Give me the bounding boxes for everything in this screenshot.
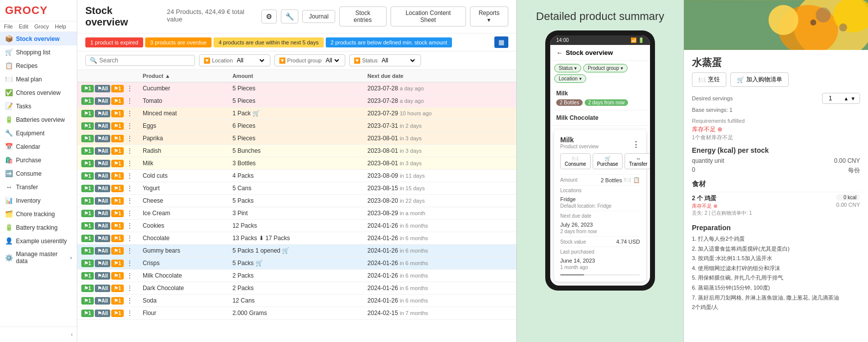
phone-filter-location[interactable]: Location ▾ <box>554 74 586 83</box>
consume-1-button[interactable]: ⚑1 <box>81 247 94 255</box>
purchase-1-button[interactable]: ⚑1 <box>111 297 124 305</box>
purchase-1-button[interactable]: ⚑1 <box>111 260 124 267</box>
consume-all-button[interactable]: ⚑All <box>95 172 111 180</box>
consume-all-button[interactable]: ⚑All <box>95 272 111 280</box>
row-menu-button[interactable]: ⋮ <box>125 184 135 192</box>
phone-back-icon[interactable]: ← <box>556 49 563 56</box>
row-menu-button[interactable]: ⋮ <box>125 109 135 117</box>
row-menu-button[interactable]: ⋮ <box>125 247 135 255</box>
purchase-1-button[interactable]: ⚑1 <box>111 310 124 317</box>
consume-1-button[interactable]: ⚑1 <box>81 210 94 217</box>
consume-all-button[interactable]: ⚑All <box>95 310 111 317</box>
consume-all-button[interactable]: ⚑All <box>95 122 111 130</box>
sidebar-item-transfer[interactable]: ↔️ Transfer <box>0 180 77 194</box>
sidebar-item-equipment[interactable]: 🔧 Equipment <box>0 126 77 140</box>
sidebar-collapse-button[interactable]: ‹ <box>0 327 77 342</box>
purchase-1-button[interactable]: ⚑1 <box>111 110 124 117</box>
badge-overdue[interactable]: 3 products are overdue <box>145 37 212 47</box>
consume-1-button[interactable]: ⚑1 <box>81 85 94 92</box>
filter-toggle-button[interactable]: ▦ <box>494 36 508 48</box>
sidebar-item-battery-tracking[interactable]: 🔋 Battery tracking <box>0 221 77 234</box>
sidebar-item-batteries-overview[interactable]: 🔋 Batteries overview <box>0 113 77 126</box>
col-due-header[interactable]: Next due date <box>364 70 501 82</box>
consume-all-button[interactable]: ⚑All <box>95 85 111 92</box>
cook-button[interactable]: 🍽️ 烹饪 <box>692 72 726 87</box>
row-menu-button[interactable]: ⋮ <box>125 297 135 305</box>
purchase-1-button[interactable]: ⚑1 <box>111 197 124 205</box>
badge-due-soon[interactable]: 4 products are due within the next 5 day… <box>214 37 324 47</box>
row-menu-button[interactable]: ⋮ <box>125 234 135 242</box>
search-input[interactable] <box>99 57 191 64</box>
purchase-1-button[interactable]: ⚑1 <box>111 160 124 167</box>
consume-all-button[interactable]: ⚑All <box>95 147 111 155</box>
purchase-1-button[interactable]: ⚑1 <box>111 135 124 142</box>
row-menu-button[interactable]: ⋮ <box>125 84 135 92</box>
purchase-1-button[interactable]: ⚑1 <box>111 235 124 242</box>
purchase-1-button[interactable]: ⚑1 <box>111 97 124 105</box>
status-select[interactable]: All Expired Overdue Due Soon <box>380 56 417 64</box>
phone-item-milk[interactable]: Milk 2 Bottles 2 days from now <box>550 86 650 110</box>
sidebar-item-example-userentity[interactable]: 👤 Example userentity <box>0 234 77 248</box>
tools-icon-button[interactable]: 🔧 <box>281 9 298 23</box>
consume-1-button[interactable]: ⚑1 <box>81 272 94 280</box>
row-menu-button[interactable]: ⋮ <box>125 172 135 180</box>
consume-all-button[interactable]: ⚑All <box>95 110 111 117</box>
row-menu-button[interactable]: ⋮ <box>125 147 135 155</box>
consume-all-button[interactable]: ⚑All <box>95 210 111 217</box>
sidebar-item-manage-master-data[interactable]: ⚙️ Manage master data › <box>0 248 77 268</box>
phone-filter-product-group[interactable]: Product group ▾ <box>583 64 628 72</box>
stock-entries-button[interactable]: Stock entries <box>339 6 387 26</box>
consume-all-button[interactable]: ⚑All <box>95 222 111 230</box>
purchase-1-button[interactable]: ⚑1 <box>111 272 124 280</box>
menu-help[interactable]: Help <box>55 23 66 29</box>
consume-1-button[interactable]: ⚑1 <box>81 297 94 305</box>
sidebar-item-shopping-list[interactable]: 🛒 Shopping list <box>0 45 77 59</box>
sidebar-item-stock-overview[interactable]: 📦 Stock overview <box>0 32 77 45</box>
purchase-1-button[interactable]: ⚑1 <box>111 185 124 192</box>
phone-transfer-button[interactable]: ↔ Transfer <box>625 153 650 169</box>
purchase-1-button[interactable]: ⚑1 <box>111 172 124 180</box>
consume-1-button[interactable]: ⚑1 <box>81 147 94 155</box>
row-menu-button[interactable]: ⋮ <box>125 309 135 317</box>
location-content-sheet-button[interactable]: Location Content Sheet <box>391 6 466 26</box>
phone-purchase-icon-sm[interactable]: 📋 <box>633 177 640 183</box>
servings-field[interactable] <box>827 95 842 102</box>
sidebar-item-meal-plan[interactable]: 🍽️ Meal plan <box>0 72 77 86</box>
consume-all-button[interactable]: ⚑All <box>95 197 111 205</box>
sidebar-item-inventory[interactable]: 📊 Inventory <box>0 194 77 207</box>
consume-all-button[interactable]: ⚑All <box>95 285 111 292</box>
col-product-header[interactable]: Product ▲ <box>139 70 228 82</box>
consume-1-button[interactable]: ⚑1 <box>81 285 94 292</box>
sidebar-item-tasks[interactable]: 📝 Tasks <box>0 99 77 113</box>
sidebar-item-calendar[interactable]: 📅 Calendar <box>0 140 77 153</box>
menu-file[interactable]: File <box>4 23 13 29</box>
phone-purchase-button[interactable]: 🛒 Purchase <box>593 153 623 169</box>
location-select[interactable]: All Fridge Freezer Pantry <box>235 56 266 64</box>
consume-1-button[interactable]: ⚑1 <box>81 310 94 317</box>
consume-all-button[interactable]: ⚑All <box>95 297 111 305</box>
consume-all-button[interactable]: ⚑All <box>95 160 111 167</box>
consume-1-button[interactable]: ⚑1 <box>81 97 94 105</box>
badge-below-min[interactable]: 2 products are below defined min. stock … <box>326 37 452 47</box>
purchase-1-button[interactable]: ⚑1 <box>111 210 124 217</box>
consume-1-button[interactable]: ⚑1 <box>81 197 94 205</box>
consume-all-button[interactable]: ⚑All <box>95 97 111 105</box>
row-menu-button[interactable]: ⋮ <box>125 197 135 205</box>
sidebar-item-chores-overview[interactable]: ✅ Chores overview <box>0 86 77 99</box>
consume-1-button[interactable]: ⚑1 <box>81 172 94 180</box>
sidebar-item-purchase[interactable]: 🛍️ Purchase <box>0 153 77 167</box>
row-menu-button[interactable]: ⋮ <box>125 222 135 230</box>
row-menu-button[interactable]: ⋮ <box>125 209 135 217</box>
row-menu-button[interactable]: ⋮ <box>125 134 135 142</box>
consume-1-button[interactable]: ⚑1 <box>81 110 94 117</box>
settings-icon-button[interactable]: ⚙ <box>261 9 277 23</box>
servings-up-icon[interactable]: ▲ <box>844 96 849 101</box>
phone-consume-icon[interactable]: 🍽️ <box>624 177 631 183</box>
phone-item-milk-chocolate[interactable]: Milk Chocolate <box>550 110 650 126</box>
consume-1-button[interactable]: ⚑1 <box>81 122 94 130</box>
add-to-shopping-list-button[interactable]: 🛒 加入购物清单 <box>730 72 789 87</box>
row-menu-button[interactable]: ⋮ <box>125 122 135 130</box>
purchase-1-button[interactable]: ⚑1 <box>111 85 124 92</box>
row-menu-button[interactable]: ⋮ <box>125 259 135 267</box>
purchase-1-button[interactable]: ⚑1 <box>111 247 124 255</box>
